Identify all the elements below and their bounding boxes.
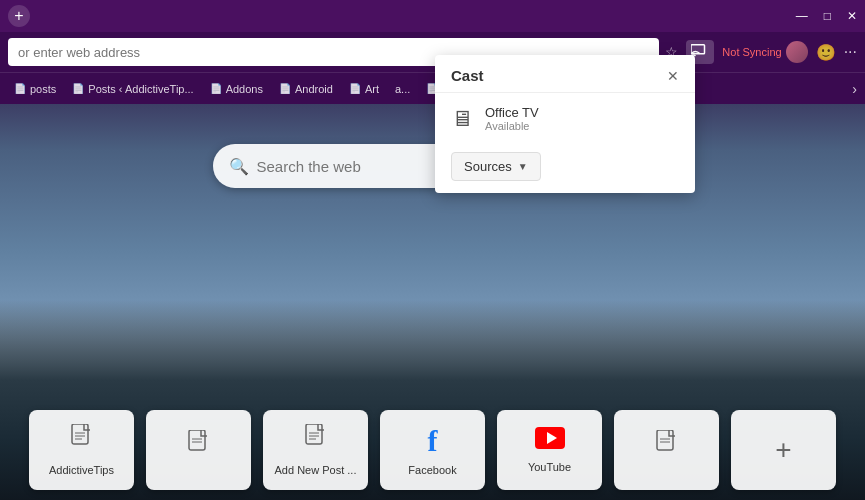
cast-popup-title: Cast [451,67,484,84]
add-icon: + [775,434,791,466]
quick-link-label-facebook: Facebook [408,464,456,476]
facebook-icon: f [428,424,438,458]
svg-rect-9 [306,424,322,444]
tv-icon: 🖥 [451,106,473,132]
quick-link-label-youtube: YouTube [528,461,571,473]
svg-rect-15 [657,430,673,450]
quick-link-unknown2[interactable] [614,410,719,490]
quick-link-add-new-post[interactable]: Add New Post ... [263,410,368,490]
quick-links: AddictiveTips Add New Post ... f [0,400,865,500]
youtube-icon [535,427,565,455]
bookmark-item-posts[interactable]: 📄 posts [8,81,62,97]
bookmark-item-a[interactable]: a... [389,81,416,97]
not-syncing-label: Not Syncing [722,46,781,58]
not-syncing-button[interactable]: Not Syncing [722,41,807,63]
bookmark-item-addons[interactable]: 📄 Addons [204,81,269,97]
bookmark-item-android[interactable]: 📄 Android [273,81,339,97]
emoji-button[interactable]: 🙂 [816,43,836,62]
bookmark-label-posts2: Posts ‹ AddictiveTip... [88,83,193,95]
browser-chrome: + — □ ✕ ☆ Not Syncing 🙂 [0,0,865,104]
address-bar-row: ☆ Not Syncing 🙂 ··· [0,32,865,72]
bookmarks-more-button[interactable]: › [852,81,857,97]
bookmark-label-android: Android [295,83,333,95]
title-bar-left: + [8,5,30,27]
bookmark-icon-addons: 📄 [210,83,222,94]
bookmark-icon-art: 📄 [349,83,361,94]
bookmark-item-art[interactable]: 📄 Art [343,81,385,97]
bookmark-label-addons: Addons [226,83,263,95]
title-bar: + — □ ✕ [0,0,865,32]
bookmark-item-posts2[interactable]: 📄 Posts ‹ AddictiveTip... [66,81,199,97]
sources-arrow-icon: ▼ [518,161,528,172]
cast-popup-footer: Sources ▼ [435,144,695,193]
doc-icon-add-new-post [304,424,328,458]
quick-link-label-add-new-post: Add New Post ... [275,464,357,476]
bookmark-icon-posts: 📄 [14,83,26,94]
bookmark-label-a: a... [395,83,410,95]
device-name: Office TV [485,105,539,120]
minimize-button[interactable]: — [796,9,808,23]
cast-device-info: Office TV Available [485,105,539,132]
doc-icon-additivetips [70,424,94,458]
user-avatar [786,41,808,63]
quick-link-additivetips[interactable]: AddictiveTips [29,410,134,490]
device-status: Available [485,120,539,132]
bookmarks-bar: 📄 posts 📄 Posts ‹ AddictiveTip... 📄 Addo… [0,72,865,104]
close-button[interactable]: ✕ [847,9,857,23]
quick-link-label-additivetips: AddictiveTips [49,464,114,476]
doc-icon-unknown1 [187,430,211,464]
bookmark-icon-posts2: 📄 [72,83,84,94]
sources-button[interactable]: Sources ▼ [451,152,541,181]
search-icon: 🔍 [229,157,249,176]
title-bar-controls: — □ ✕ [796,9,857,23]
quick-link-facebook[interactable]: f Facebook [380,410,485,490]
cast-popup-header: Cast ✕ [435,55,695,93]
bookmark-label-art: Art [365,83,379,95]
svg-rect-6 [189,430,205,450]
svg-rect-2 [72,424,88,444]
quick-link-unknown1[interactable] [146,410,251,490]
add-quick-link-button[interactable]: + [731,410,836,490]
quick-link-youtube[interactable]: YouTube [497,410,602,490]
cast-device-row: 🖥 Office TV Available [435,93,695,144]
more-button[interactable]: ··· [844,43,857,61]
doc-icon-unknown2 [655,430,679,464]
cast-close-button[interactable]: ✕ [667,68,679,84]
sources-label: Sources [464,159,512,174]
bookmark-icon-android: 📄 [279,83,291,94]
maximize-button[interactable]: □ [824,9,831,23]
cast-popup: Cast ✕ 🖥 Office TV Available Sources ▼ [435,55,695,193]
new-tab-button[interactable]: + [8,5,30,27]
bookmark-label-posts: posts [30,83,56,95]
